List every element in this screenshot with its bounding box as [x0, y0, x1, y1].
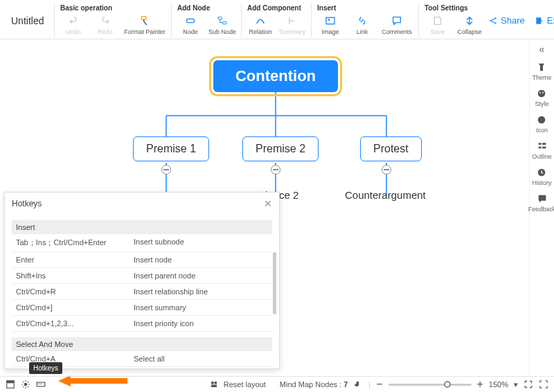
svg-point-12 — [538, 116, 546, 124]
close-icon[interactable]: ✕ — [264, 198, 272, 209]
group-insert: Insert Image Link Comments — [311, 3, 418, 37]
svg-rect-27 — [211, 385, 217, 388]
brightness-icon[interactable] — [21, 380, 30, 389]
keyboard-icon[interactable] — [36, 380, 46, 389]
reset-layout-icon — [210, 380, 218, 389]
insert-comments-button[interactable]: Comments — [381, 15, 413, 35]
save-icon — [431, 15, 444, 27]
hotkeys-panel: Hotkeys ✕ Insert Tab；Ins；Ctrl/Cmd+EnterI… — [4, 192, 280, 369]
add-subnode-button[interactable]: Sub Node — [209, 15, 235, 35]
hotkeys-body[interactable]: Insert Tab；Ins；Ctrl/Cmd+EnterInsert subn… — [5, 215, 279, 368]
node-premise-2[interactable]: Premise 2 — [242, 136, 319, 161]
hotkeys-header: Hotkeys ✕ — [5, 193, 279, 215]
status-bar: Reset layout Mind Map Nodes : 7 | − + 15… — [0, 376, 554, 392]
redo-button[interactable]: Redo — [92, 15, 118, 35]
svg-rect-16 — [542, 147, 546, 149]
group-add-node: Add Node Node Sub Node — [171, 3, 241, 37]
svg-point-7 — [494, 17, 496, 19]
collapse-button[interactable]: Collapse — [456, 15, 483, 35]
summary-icon — [286, 15, 298, 27]
root-node[interactable]: Contention — [213, 60, 338, 92]
svg-rect-1 — [187, 19, 195, 22]
zoom-slider[interactable] — [388, 384, 472, 386]
top-right-actions: Share Export — [488, 15, 554, 26]
style-button[interactable]: Style — [535, 88, 548, 107]
hotkeys-section-select: Select And Move — [12, 337, 272, 351]
pan-hand-icon[interactable] — [353, 380, 363, 389]
feedback-button[interactable]: Feedback — [528, 193, 554, 213]
save-button[interactable]: Save — [425, 15, 451, 35]
undo-button[interactable]: Undo — [60, 15, 87, 35]
format-painter-icon — [138, 15, 151, 27]
subnode-icon — [216, 15, 229, 27]
node-premise-1[interactable]: Premise 1 — [133, 136, 209, 161]
hotkey-row: Shift+InsInsert parent node — [12, 268, 272, 284]
svg-point-6 — [490, 19, 491, 21]
link-icon — [356, 15, 368, 27]
zoom-in-button[interactable]: + — [477, 378, 483, 391]
svg-point-9 — [538, 90, 546, 98]
svg-rect-22 — [38, 384, 39, 384]
hotkeys-tooltip: Hotkeys — [29, 362, 62, 374]
insert-link-button[interactable]: Link — [349, 15, 375, 35]
node-protest[interactable]: Protest — [360, 136, 422, 161]
hotkey-row: Tab；Ins；Ctrl/Cmd+EnterInsert subnode — [12, 234, 272, 252]
relation-button[interactable]: Relation — [247, 15, 274, 35]
svg-rect-2 — [218, 17, 222, 19]
group-basic: Basic operation Undo Redo Format Painter — [54, 3, 171, 37]
theme-button[interactable]: Theme — [532, 62, 551, 81]
svg-rect-3 — [223, 21, 226, 24]
subnode-counterargument[interactable]: Counterargument — [345, 189, 426, 201]
top-toolbar: Untitled Basic operation Undo Redo Forma… — [0, 0, 554, 39]
layout-icon[interactable] — [6, 380, 15, 389]
zoom-thumb[interactable] — [444, 381, 451, 388]
zoom-level[interactable]: 150% — [489, 380, 508, 389]
sidebar-collapse-icon[interactable]: « — [539, 44, 545, 55]
undo-icon — [67, 15, 80, 27]
hotkey-row: Ctrl/Cmd+1,2,3...Insert priority icon — [12, 316, 272, 332]
share-button[interactable]: Share — [488, 15, 525, 26]
svg-rect-4 — [326, 17, 334, 24]
svg-rect-19 — [7, 381, 15, 384]
hotkey-row: Ctrl/Cmd+]Insert summary — [12, 300, 272, 316]
hotkeys-section-insert: Insert — [12, 220, 272, 234]
svg-point-5 — [328, 19, 330, 21]
history-button[interactable]: History — [532, 167, 551, 186]
svg-rect-13 — [538, 143, 541, 145]
icon-button[interactable]: Icon — [536, 114, 548, 134]
collapse-toggle-2[interactable] — [271, 165, 280, 175]
hotkey-row: Ctrl/Cmd+RInsert relationship line — [12, 284, 272, 300]
insert-image-button[interactable]: Image — [317, 15, 343, 35]
svg-point-11 — [542, 92, 544, 93]
fit-screen-icon[interactable] — [524, 380, 533, 389]
reset-layout-button[interactable]: Reset layout — [224, 380, 266, 389]
svg-point-10 — [539, 92, 541, 93]
add-node-button[interactable]: Node — [177, 15, 204, 35]
fullscreen-icon[interactable] — [539, 380, 548, 389]
redo-icon — [99, 15, 111, 27]
zoom-out-button[interactable]: − — [376, 378, 382, 391]
relation-icon — [254, 15, 267, 27]
svg-rect-26 — [214, 382, 217, 384]
svg-rect-23 — [39, 384, 40, 384]
collapse-toggle-3[interactable] — [382, 165, 391, 175]
svg-rect-25 — [211, 382, 214, 384]
document-title[interactable]: Untitled — [11, 15, 46, 26]
svg-rect-15 — [538, 147, 541, 149]
scrollbar-thumb[interactable] — [273, 252, 276, 314]
comments-icon — [391, 15, 403, 27]
collapse-toggle-1[interactable] — [161, 165, 171, 175]
export-button[interactable]: Export — [535, 15, 554, 26]
right-sidebar: « Theme Style Icon Outline History Feedb… — [529, 39, 554, 376]
format-painter-button[interactable]: Format Painter — [124, 15, 166, 35]
hotkeys-title: Hotkeys — [12, 199, 42, 208]
node-count-label: Mind Map Nodes : 7 — [280, 380, 348, 389]
svg-point-8 — [494, 22, 496, 24]
collapse-icon — [463, 15, 476, 27]
outline-button[interactable]: Outline — [532, 141, 552, 160]
image-icon — [324, 15, 337, 27]
summary-button[interactable]: Summary — [279, 15, 305, 35]
svg-point-20 — [24, 383, 28, 386]
svg-rect-14 — [542, 143, 546, 145]
node-icon — [184, 15, 197, 27]
